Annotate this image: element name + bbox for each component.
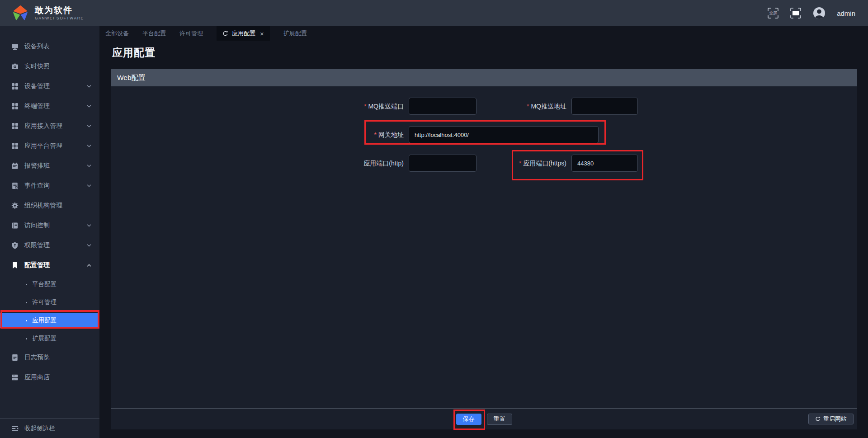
refresh-icon (815, 416, 821, 422)
sidebar-subitem-label: 扩展配置 (32, 334, 57, 343)
field-label-text: 网关地址 (378, 131, 404, 138)
brand: 敢为软件 GANWEI SOFTWARE (0, 5, 84, 21)
required-asterisk-icon: * (519, 160, 521, 167)
field-label: *MQ推送地址 (440, 98, 566, 115)
refresh-icon (222, 31, 228, 37)
field-gateway-address: *网关地址 (277, 126, 599, 143)
chevron-down-icon (86, 163, 92, 169)
sidebar-subitem-platform-config[interactable]: 平台配置 (0, 275, 99, 293)
form-footer: 保存 重置 重启网站 (111, 408, 857, 429)
bookmark-icon (11, 262, 19, 269)
collapse-sidebar-icon (11, 425, 19, 432)
sidebar-item-org-mgmt[interactable]: 组织机构管理 (0, 196, 99, 216)
sidebar: 设备列表实时快照设备管理终端管理应用接入管理应用平台管理报警排班事件查询组织机构… (0, 26, 99, 438)
calendar-icon (11, 162, 19, 170)
bullet-icon (26, 338, 27, 339)
tab-all-devices[interactable]: 全部设备 (105, 29, 129, 38)
section-header: Web配置 (111, 69, 857, 86)
bullet-icon (26, 284, 27, 285)
sidebar-item-device-mgmt[interactable]: 设备管理 (0, 76, 99, 96)
field-app-port-https: *应用端口(https) (440, 155, 638, 172)
reset-button[interactable]: 重置 (487, 414, 512, 425)
sidebar-item-label: 组织机构管理 (24, 202, 62, 210)
chevron-down-icon (86, 222, 92, 229)
chevron-down-icon (86, 143, 92, 149)
bullet-icon (26, 320, 27, 321)
chevron-down-icon (86, 123, 92, 129)
sidebar-subitem-license-mgmt[interactable]: 许可管理 (0, 293, 99, 311)
brand-logo-icon (12, 5, 29, 21)
sidebar-item-label: 设备列表 (24, 42, 50, 51)
brand-title: 敢为软件 (35, 6, 84, 15)
required-asterisk-icon: * (527, 103, 529, 110)
sidebar-item-event-query[interactable]: 事件查询 (0, 176, 99, 196)
app-port-https-input[interactable] (571, 155, 638, 172)
sidebar-item-label: 终端管理 (24, 102, 50, 110)
grid-icon (11, 122, 19, 130)
chevron-down-icon (86, 183, 92, 189)
tab-license-mgmt[interactable]: 许可管理 (179, 29, 203, 38)
sidebar-collapse-button[interactable]: 收起侧边栏 (0, 418, 99, 438)
sidebar-item-terminal-mgmt[interactable]: 终端管理 (0, 96, 99, 116)
sidebar-subitem-label: 应用配置 (32, 316, 57, 325)
sidebar-item-label: 日志预览 (24, 353, 50, 362)
sidebar-subitem-app-config[interactable]: 应用配置 (0, 313, 99, 328)
field-label-text: 应用端口(https) (523, 160, 566, 167)
username-label[interactable]: admin (837, 9, 855, 17)
sidebar-item-device-list[interactable]: 设备列表 (0, 37, 99, 57)
user-avatar[interactable] (812, 6, 826, 20)
camera-icon (11, 63, 19, 70)
tab-platform-config[interactable]: 平台配置 (142, 29, 166, 38)
field-label: *网关地址 (277, 126, 404, 143)
sidebar-item-access-control[interactable]: 访问控制 (0, 216, 99, 235)
mq-push-address-input[interactable] (571, 98, 638, 115)
tab-app-config[interactable]: 应用配置× (217, 26, 270, 41)
sidebar-item-label: 权限管理 (24, 241, 50, 250)
page-title: 应用配置 (112, 46, 156, 60)
sidebar-item-config-mgmt[interactable]: 配置管理 (0, 255, 99, 275)
save-button[interactable]: 保存 (456, 414, 481, 425)
sidebar-item-app-access-mgmt[interactable]: 应用接入管理 (0, 116, 99, 136)
sidebar-item-live-snapshot[interactable]: 实时快照 (0, 57, 99, 76)
field-label: 应用端口(http) (277, 155, 404, 172)
sidebar-item-app-platform-mgmt[interactable]: 应用平台管理 (0, 136, 99, 156)
gateway-address-input[interactable] (409, 126, 599, 143)
grid-icon (11, 142, 19, 150)
collapse-sidebar-label: 收起侧边栏 (24, 424, 55, 433)
content-panel: Web配置 保存 重置 重启网站 (111, 69, 857, 429)
sidebar-item-label: 应用商店 (24, 373, 50, 381)
sidebar-subitem-extension-config[interactable]: 扩展配置 (0, 330, 99, 348)
monitor-icon (11, 43, 19, 50)
sidebar-item-alarm-schedule[interactable]: 报警排班 (0, 156, 99, 176)
sidebar-item-label: 设备管理 (24, 82, 50, 90)
event-icon (11, 182, 19, 189)
required-asterisk-icon: * (374, 131, 377, 138)
sidebar-item-label: 访问控制 (24, 221, 50, 230)
field-label-text: MQ推送地址 (531, 103, 566, 110)
gear-icon (11, 202, 19, 209)
restart-site-button[interactable]: 重启网站 (808, 414, 854, 424)
restart-site-label: 重启网站 (823, 415, 847, 423)
fullscreen-icon[interactable]: 全屏 (767, 7, 779, 19)
sidebar-item-app-store[interactable]: 应用商店 (0, 367, 99, 387)
sidebar-item-label: 应用接入管理 (24, 122, 62, 130)
sidebar-subitem-label: 平台配置 (32, 280, 57, 288)
sidebar-item-permission-mgmt[interactable]: 权限管理 (0, 235, 99, 255)
chevron-down-icon (86, 83, 92, 89)
required-asterisk-icon: * (364, 103, 366, 110)
book-icon (11, 222, 19, 229)
tab-extension-config[interactable]: 扩展配置 (283, 29, 307, 38)
chevron-down-icon (86, 242, 92, 249)
fullscreen-label: 全屏 (767, 7, 779, 19)
store-icon (11, 374, 19, 381)
grid-icon (11, 103, 19, 110)
close-icon[interactable]: × (260, 30, 264, 37)
grid-icon (11, 83, 19, 90)
bullet-icon (26, 302, 27, 303)
field-mq-push-address: *MQ推送地址 (440, 98, 638, 115)
field-label-text: MQ推送端口 (368, 103, 404, 110)
capture-icon[interactable] (790, 7, 802, 19)
sidebar-subitem-label: 许可管理 (32, 298, 57, 306)
sidebar-item-log-preview[interactable]: 日志预览 (0, 348, 99, 367)
shield-icon (11, 242, 19, 249)
